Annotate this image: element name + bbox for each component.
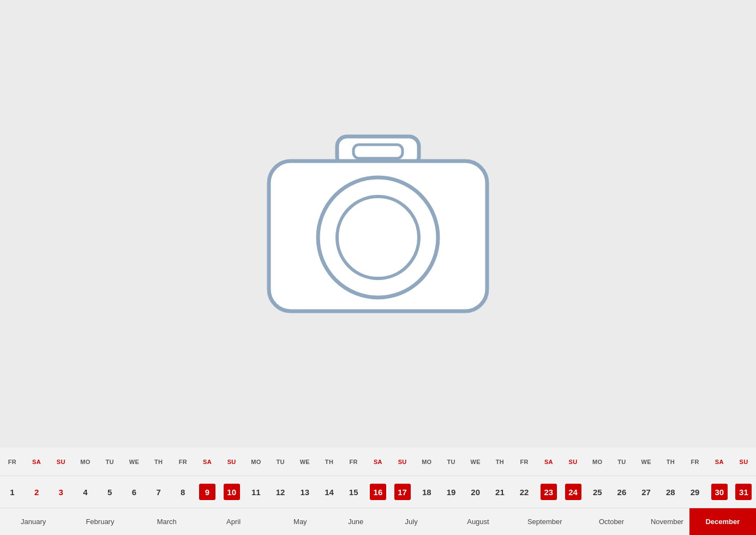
day-number: 18 — [418, 484, 435, 500]
day-label: Sa — [25, 448, 49, 475]
day-number-cell: 31 — [731, 476, 756, 508]
day-number: 12 — [272, 484, 289, 500]
day-number-cell: 20 — [463, 476, 488, 508]
day-number: 4 — [77, 484, 93, 500]
day-number-cell: 24 — [561, 476, 585, 508]
day-number: 5 — [101, 484, 118, 500]
camera-placeholder-area — [0, 0, 756, 448]
month-label: November — [645, 508, 689, 535]
day-label: We — [634, 448, 658, 475]
month-label: September — [512, 508, 578, 535]
day-label: We — [292, 448, 317, 475]
day-number: 7 — [151, 484, 167, 500]
day-label: Th — [488, 448, 512, 475]
day-number: 2 — [28, 484, 45, 500]
day-number: 21 — [491, 484, 508, 500]
day-number: 11 — [248, 484, 264, 500]
day-number-cell: 3 — [49, 476, 73, 508]
day-label: Th — [146, 448, 171, 475]
day-number: 31 — [735, 484, 752, 500]
day-label: Su — [49, 448, 73, 475]
day-label: Sa — [195, 448, 220, 475]
day-number-cell: 19 — [439, 476, 464, 508]
day-label: Tu — [98, 448, 122, 475]
day-label: Sa — [366, 448, 391, 475]
day-number-cell: 7 — [146, 476, 171, 508]
day-number-cell: 9 — [195, 476, 220, 508]
day-label: Mo — [415, 448, 439, 475]
month-label: June — [333, 508, 378, 535]
month-label: October — [578, 508, 645, 535]
day-number-cell: 16 — [366, 476, 391, 508]
day-number-cell: 30 — [707, 476, 731, 508]
day-number: 19 — [443, 484, 459, 500]
month-label: March — [134, 508, 200, 535]
day-label: Fr — [341, 448, 366, 475]
day-label: We — [122, 448, 147, 475]
day-label: Tu — [268, 448, 293, 475]
day-label: Tu — [610, 448, 634, 475]
day-number-cell: 10 — [219, 476, 244, 508]
month-label: December — [689, 508, 756, 535]
day-number-cell: 22 — [512, 476, 537, 508]
day-numbers-row: 1234567891011121314151617181920212223242… — [0, 476, 756, 508]
day-label: Fr — [171, 448, 195, 475]
day-label: Fr — [683, 448, 707, 475]
day-number: 20 — [467, 484, 484, 500]
svg-point-4 — [337, 197, 419, 278]
day-number: 30 — [711, 484, 728, 500]
day-number-cell: 27 — [634, 476, 658, 508]
day-number-cell: 23 — [536, 476, 561, 508]
month-label: May — [267, 508, 333, 535]
day-number: 3 — [53, 484, 69, 500]
months-row: JanuaryFebruaryMarchAprilMayJuneJulyAugu… — [0, 508, 756, 535]
day-label: Su — [390, 448, 415, 475]
day-number-cell: 26 — [610, 476, 634, 508]
month-label: January — [0, 508, 67, 535]
day-number: 9 — [199, 484, 215, 500]
day-number: 14 — [321, 484, 337, 500]
day-number: 29 — [687, 484, 703, 500]
day-number: 6 — [126, 484, 142, 500]
day-number-cell: 28 — [658, 476, 683, 508]
day-label: Fr — [0, 448, 25, 475]
day-label: Th — [317, 448, 341, 475]
day-number-cell: 6 — [122, 476, 147, 508]
day-number: 26 — [614, 484, 630, 500]
day-label: Tu — [439, 448, 464, 475]
day-label: Su — [219, 448, 244, 475]
day-labels-row: FrSaSuMoTuWeThFrSaSuMoTuWeThFrSaSuMoTuWe… — [0, 448, 756, 476]
day-number: 8 — [175, 484, 191, 500]
day-number-cell: 13 — [292, 476, 317, 508]
svg-rect-1 — [353, 145, 403, 158]
day-number-cell: 18 — [415, 476, 439, 508]
day-number: 10 — [224, 484, 240, 500]
day-label: Th — [658, 448, 683, 475]
calendar-strip: FrSaSuMoTuWeThFrSaSuMoTuWeThFrSaSuMoTuWe… — [0, 448, 756, 535]
day-label: Sa — [536, 448, 561, 475]
day-label: Fr — [512, 448, 537, 475]
day-number-cell: 17 — [390, 476, 415, 508]
day-number-cell: 15 — [341, 476, 366, 508]
day-number: 24 — [565, 484, 581, 500]
day-label: Mo — [244, 448, 268, 475]
month-label: July — [378, 508, 445, 535]
day-label: Sa — [707, 448, 731, 475]
day-number-cell: 2 — [25, 476, 49, 508]
day-label: Mo — [73, 448, 98, 475]
day-label: Su — [561, 448, 585, 475]
camera-icon — [247, 109, 509, 338]
day-number-cell: 5 — [98, 476, 122, 508]
day-number: 15 — [345, 484, 362, 500]
day-number: 22 — [516, 484, 532, 500]
day-label: Mo — [585, 448, 610, 475]
day-number-cell: 1 — [0, 476, 25, 508]
day-number-cell: 12 — [268, 476, 293, 508]
day-number-cell: 21 — [488, 476, 512, 508]
day-number-cell: 4 — [73, 476, 98, 508]
day-number-cell: 29 — [683, 476, 707, 508]
day-label: Su — [731, 448, 756, 475]
month-label: April — [200, 508, 267, 535]
day-number: 16 — [370, 484, 386, 500]
month-label: February — [67, 508, 133, 535]
